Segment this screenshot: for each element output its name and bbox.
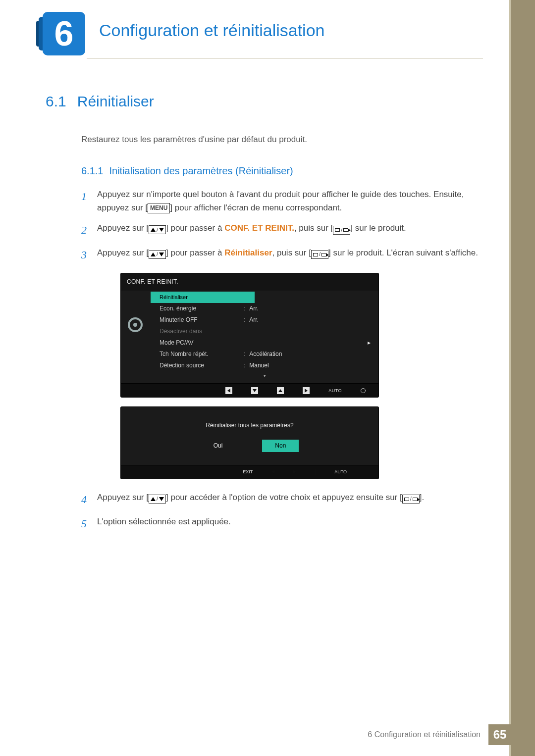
yes-button: Oui — [201, 440, 236, 452]
step-text: Appuyez sur n'importe quel bouton à l'av… — [97, 188, 482, 214]
chevron-right-icon: ▸ — [368, 338, 371, 348]
right-button-icon — [303, 387, 310, 394]
osd-menu: CONF. ET REINIT. Réinitialiser Econ. éne… — [121, 273, 378, 398]
gear-icon — [128, 317, 143, 332]
section-title: Réinitialiser — [77, 93, 154, 109]
no-button: Non — [262, 440, 299, 452]
enter-icon: / — [333, 226, 350, 235]
auto-label: AUTO — [334, 468, 347, 475]
confirm-question: Réinitialiser tous les paramètres? — [121, 407, 378, 439]
osd-row-reinitialiser: Réinitialiser — [151, 292, 255, 303]
enter-button-icon — [315, 468, 316, 475]
side-stripe — [511, 0, 535, 756]
right-button-icon — [293, 470, 296, 474]
osd-screenshots: CONF. ET REINIT. Réinitialiser Econ. éne… — [81, 270, 482, 484]
up-down-icon: / — [149, 225, 166, 234]
down-button-icon — [251, 387, 258, 394]
confirm-buttons: Oui Non — [121, 440, 378, 465]
steps-list: 1 Appuyez sur n'importe quel bouton à l'… — [81, 188, 482, 532]
step-number: 1 — [81, 188, 90, 214]
step-number: 3 — [81, 246, 90, 263]
step-text: Appuyez sur [/] pour accéder à l'option … — [97, 491, 424, 508]
step-number: 5 — [81, 515, 90, 532]
subsection-number: 6.1.1 — [81, 165, 103, 176]
step-number: 2 — [81, 221, 90, 239]
osd-row-minuterie-off: Minuterie OFF:Arr. — [151, 314, 378, 326]
osd-body: Réinitialiser Econ. énergie:Arr. Minuter… — [121, 291, 378, 383]
osd-row-econ-energie: Econ. énergie:Arr. — [151, 303, 378, 314]
step-3: 3 Appuyez sur [/] pour passer à Réinitia… — [81, 246, 482, 263]
footer-text: 6 Configuration et réinitialisation — [368, 730, 481, 739]
step-text: Appuyez sur [/] pour passer à CONF. ET R… — [97, 221, 406, 239]
step-number: 4 — [81, 491, 90, 508]
osd-row-detection-source: Détection source:Manuel — [151, 360, 378, 371]
menu-button-icon: MENU — [148, 203, 170, 213]
osd2-button-bar: EXIT AUTO — [121, 465, 378, 479]
section-heading: 6.1Réinitialiser — [46, 93, 482, 110]
power-icon — [361, 388, 366, 393]
left-button-icon — [225, 387, 232, 394]
subsection-title: Initialisation des paramètres (Réinitial… — [109, 165, 293, 176]
osd-row-mode-pc-av: Mode PC/AV▸ — [151, 337, 378, 349]
osd-row-desactiver-dans: Désactiver dans — [151, 326, 378, 337]
section-number: 6.1 — [46, 93, 66, 109]
keyword: Réinitialiser — [224, 248, 272, 257]
page-number: 65 — [488, 724, 511, 745]
up-button-icon — [277, 387, 284, 394]
step-text: Appuyez sur [/] pour passer à Réinitiali… — [97, 246, 478, 263]
chapter-title: Configuration et réinitialisation — [99, 21, 324, 40]
step-text: L'option sélectionnée est appliquée. — [97, 515, 231, 532]
step-2: 2 Appuyez sur [/] pour passer à CONF. ET… — [81, 221, 482, 239]
step-1: 1 Appuyez sur n'importe quel bouton à l'… — [81, 188, 482, 214]
chapter-number-tab: 6 — [43, 12, 85, 55]
enter-icon: / — [311, 250, 328, 259]
up-down-icon: / — [149, 250, 166, 259]
enter-icon: / — [402, 495, 420, 504]
osd-row-tch-nombre: Tch Nombre répét.:Accélération — [151, 349, 378, 360]
step-5: 5 L'option sélectionnée est appliquée. — [81, 515, 482, 532]
subsection-heading: 6.1.1Initialisation des paramètres (Réin… — [81, 165, 482, 177]
osd-title: CONF. ET REINIT. — [121, 273, 378, 291]
up-down-icon: / — [149, 495, 166, 504]
scroll-indicator: ▾ — [151, 371, 378, 382]
page-footer: 6 Configuration et réinitialisation 65 — [0, 724, 511, 745]
left-button-icon — [271, 470, 274, 474]
osd-confirm-dialog: Réinitialiser tous les paramètres? Oui N… — [121, 407, 378, 478]
page-content: 6.1Réinitialiser Restaurez tous les para… — [46, 93, 482, 539]
keyword: CONF. ET REINIT. — [224, 223, 294, 233]
osd-button-bar: AUTO — [121, 383, 378, 397]
step-4: 4 Appuyez sur [/] pour accéder à l'optio… — [81, 491, 482, 508]
exit-label: EXIT — [243, 468, 253, 475]
auto-label: AUTO — [328, 387, 342, 394]
header-divider — [87, 58, 483, 59]
section-intro: Restaurez tous les paramètres d'usine pa… — [81, 135, 482, 145]
osd-wrap: CONF. ET REINIT. Réinitialiser Econ. éne… — [121, 273, 378, 479]
